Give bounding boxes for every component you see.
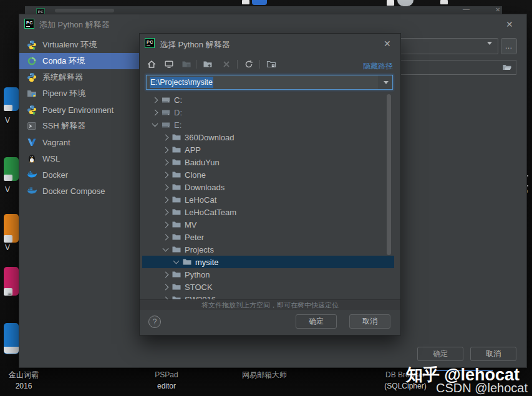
chevron-down-icon [487,45,492,56]
tree-row[interactable]: SW2016 [142,293,394,299]
tree-row[interactable]: Clone [142,168,394,181]
tree-item-label: C: [174,95,182,105]
chevron-right-icon[interactable] [162,285,169,289]
desktop-label-kingsoft[interactable]: 金山词霸 2016 [1,369,46,392]
desktop-icon-fragment-top-3 [387,0,394,6]
tree-item-label: APP [185,145,201,155]
help-button[interactable]: ? [148,316,161,328]
sidebar-item-system-interpreter[interactable]: 系统解释器 [19,69,144,85]
docker-whale-icon [27,170,37,180]
path-input[interactable]: E:\Projects\mysite [146,75,393,90]
show-hidden-folders-button[interactable] [264,57,278,71]
sidebar-item-ssh[interactable]: SSH 解释器 [19,118,144,134]
sidebar-item-pipenv[interactable]: Pipenv 环境 [19,85,144,102]
sidebar-item-wsl[interactable]: WSL [19,150,144,167]
desktop-icon-label-fragment-2: V [5,185,10,194]
ellipsis-label: … [505,42,513,51]
delete-button[interactable] [220,57,233,71]
tree-row[interactable]: APP [142,143,394,156]
folder-icon [172,282,181,292]
chevron-right-icon[interactable] [162,185,169,190]
toolbar-separator [237,60,238,69]
sidebar-item-conda[interactable]: Conda 环境 [19,53,144,69]
tree-row[interactable]: LeHoCat [142,193,394,206]
label-line2: editor [146,380,187,392]
tree-scrollbar[interactable] [387,94,391,255]
desktop-icon [164,59,174,69]
chevron-down-icon[interactable] [162,248,169,251]
background-window-title-blur [55,9,114,12]
tree-row[interactable]: BaiduYun [142,156,394,168]
select-interpreter-dialog: PC 选择 Python 解释器 ✕ 隐藏路径 E:\Proj [139,33,401,336]
desktop-button[interactable] [162,57,176,71]
project-folder-button[interactable] [180,57,193,71]
drive-icon [161,107,171,117]
folder-icon [172,157,181,167]
tree-row[interactable]: 360Download [142,131,394,143]
chevron-right-icon[interactable] [162,223,169,227]
chevron-right-icon[interactable] [162,273,169,277]
drag-hint-bar: 将文件拖放到上方空间，即可在树中快速定位 [140,299,400,310]
label-line2: 2016 [1,380,46,392]
chevron-right-icon[interactable] [162,210,169,215]
chevron-right-icon[interactable] [162,160,169,165]
sidebar-item-label: Docker Compose [42,186,105,196]
chooser-cancel-button[interactable]: 取消 [349,314,390,329]
browse-interpreter-button[interactable]: … [501,38,517,54]
path-input-value: E:\Projects\mysite [147,78,379,87]
python-icon [27,72,37,82]
label-line1: 金山词霸 [1,369,46,380]
chevron-right-icon[interactable] [162,198,169,202]
hide-path-link[interactable]: 隐藏路径 [363,61,393,72]
home-button[interactable] [145,57,158,71]
tree-row[interactable]: STOCK [142,281,394,293]
ssh-terminal-icon [27,121,37,131]
close-icon[interactable]: ✕ [506,20,513,29]
tree-row[interactable]: Python [142,268,394,281]
chevron-down-icon[interactable] [151,123,158,126]
cancel-button[interactable]: 取消 [470,347,516,361]
new-folder-button[interactable] [201,57,215,71]
sidebar-item-docker[interactable]: Docker [19,167,144,183]
chooser-ok-button[interactable]: 确定 [296,314,337,329]
path-dropdown-button[interactable] [379,75,392,89]
tree-item-label: LeHoCatTeam [185,208,236,217]
chevron-right-icon[interactable] [162,135,169,140]
chevron-right-icon[interactable] [162,235,169,239]
folder-icon [172,232,181,242]
tree-row[interactable]: E: [142,118,394,131]
ok-button[interactable]: 确定 [417,347,463,361]
chooser-close-icon[interactable]: ✕ [384,39,391,48]
tree-item-label: E: [174,120,181,130]
sidebar-item-docker-compose[interactable]: Docker Compose [19,183,144,199]
chevron-down-icon[interactable] [172,261,180,263]
chevron-right-icon[interactable] [151,98,158,102]
sidebar-item-virtualenv[interactable]: v Virtualenv 环境 [19,37,144,53]
ok-label: 确定 [433,349,448,359]
desktop-icon-blue-2-page [4,347,19,354]
desktop-label-pspad[interactable]: PSPad editor [146,369,187,392]
chevron-right-icon[interactable] [162,148,169,152]
background-close-icon[interactable]: ✕ [495,6,500,13]
desktop-label-netease-mail[interactable]: 网易邮箱大师 [236,369,293,380]
minimize-icon[interactable]: — [463,6,470,12]
pycharm-logo-icon: PC [36,8,45,14]
tree-row[interactable]: Projects [142,243,394,256]
tree-row[interactable]: C: [142,94,394,106]
chooser-cancel-label: 取消 [362,316,377,327]
tree-row[interactable]: Peter [142,231,394,243]
tree-row[interactable]: D: [142,106,394,118]
refresh-button[interactable] [242,57,256,71]
tree-row[interactable]: MV [142,218,394,231]
tree-row[interactable]: LeHoCatTeam [142,206,394,218]
sidebar-item-vagrant[interactable]: Vagrant [19,134,144,150]
open-folder-icon[interactable] [502,62,512,72]
sidebar-item-poetry[interactable]: v Poetry Environment [19,102,144,118]
tree-row-selected[interactable]: mysite [142,256,394,268]
tree-row[interactable]: Downloads [142,181,394,193]
chevron-right-icon[interactable] [151,110,158,115]
folder-icon [172,220,181,229]
chevron-right-icon[interactable] [162,173,169,177]
pycharm-logo-icon: PC [145,38,155,48]
add-interpreter-dialog: PC 添加 Python 解释器 ✕ v Virtualenv 环境 Conda… [19,14,527,368]
